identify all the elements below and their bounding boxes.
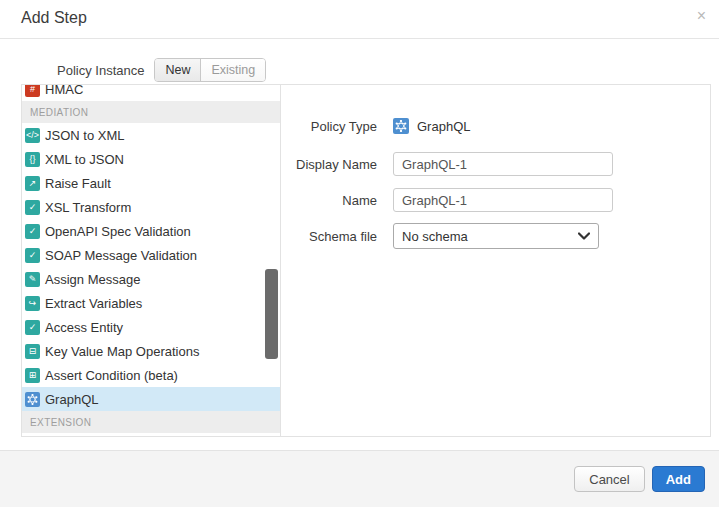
access-entity-icon: ✓ <box>25 320 40 335</box>
cancel-button[interactable]: Cancel <box>574 466 644 492</box>
chevron-down-icon <box>578 232 590 240</box>
list-item-label: XML to JSON <box>45 152 124 167</box>
list-item-label: Assert Condition (beta) <box>45 368 178 383</box>
list-item-xsl-transform[interactable]: ✓ XSL Transform <box>22 195 280 219</box>
hmac-icon: # <box>25 85 40 97</box>
close-icon[interactable]: × <box>697 7 706 25</box>
list-item-openapi-spec-validation[interactable]: ✓ OpenAPI Spec Validation <box>22 219 280 243</box>
display-name-label: Display Name <box>281 157 377 172</box>
list-item-label: Extract Variables <box>45 296 142 311</box>
xsl-transform-icon: ✓ <box>25 200 40 215</box>
policy-instance-row: Policy Instance New Existing <box>57 57 266 83</box>
list-item-label: XSL Transform <box>45 200 131 215</box>
list-item-label: OpenAPI Spec Validation <box>45 224 191 239</box>
list-item-key-value-map-operations[interactable]: ⊟ Key Value Map Operations <box>22 339 280 363</box>
list-item-label: SOAP Message Validation <box>45 248 197 263</box>
policy-instance-toggle: New Existing <box>154 58 266 82</box>
schema-file-row: Schema file No schema <box>281 223 710 249</box>
graphql-icon <box>25 392 40 407</box>
list-scrollbar-thumb[interactable] <box>265 269 278 359</box>
schema-file-label: Schema file <box>281 229 377 244</box>
extract-variables-icon: ↪ <box>25 296 40 311</box>
dialog-header: Add Step × <box>0 0 719 39</box>
list-item-access-entity[interactable]: ✓ Access Entity <box>22 315 280 339</box>
policy-list: # HMAC MEDIATION </> JSON to XML {} XML … <box>22 85 281 436</box>
list-item-assert-condition[interactable]: ⊞ Assert Condition (beta) <box>22 363 280 387</box>
list-item-json-to-xml[interactable]: </> JSON to XML <box>22 123 280 147</box>
list-item-extract-variables[interactable]: ↪ Extract Variables <box>22 291 280 315</box>
section-header-mediation: MEDIATION <box>22 101 280 123</box>
display-name-input[interactable] <box>393 152 613 176</box>
section-header-extension: EXTENSION <box>22 411 280 433</box>
display-name-row: Display Name <box>281 151 710 177</box>
policy-instance-label: Policy Instance <box>57 63 144 78</box>
assign-message-icon: ✎ <box>25 272 40 287</box>
list-item-graphql[interactable]: GraphQL <box>22 387 280 411</box>
list-item-label: GraphQL <box>45 392 98 407</box>
dialog-title: Add Step <box>21 9 87 27</box>
name-row: Name <box>281 187 710 213</box>
dialog-footer: Cancel Add <box>0 450 719 507</box>
raise-fault-icon: ↗ <box>25 176 40 191</box>
add-button[interactable]: Add <box>652 466 705 492</box>
name-input[interactable] <box>393 188 613 212</box>
xml-to-json-icon: {} <box>25 152 40 167</box>
schema-file-selected-value: No schema <box>402 229 468 244</box>
toggle-new-button[interactable]: New <box>155 59 201 81</box>
list-item-assign-message[interactable]: ✎ Assign Message <box>22 267 280 291</box>
list-item-label: Access Entity <box>45 320 123 335</box>
list-item-label: JSON to XML <box>45 128 124 143</box>
soap-validation-icon: ✓ <box>25 248 40 263</box>
policy-type-value: GraphQL <box>417 119 470 134</box>
policy-type-row: Policy Type GraphQL <box>281 113 710 139</box>
assert-condition-icon: ⊞ <box>25 368 40 383</box>
policy-type-label: Policy Type <box>281 119 377 134</box>
list-item-label: Key Value Map Operations <box>45 344 199 359</box>
json-to-xml-icon: </> <box>25 128 40 143</box>
list-item-raise-fault[interactable]: ↗ Raise Fault <box>22 171 280 195</box>
add-step-content: # HMAC MEDIATION </> JSON to XML {} XML … <box>21 84 711 437</box>
list-item-soap-message-validation[interactable]: ✓ SOAP Message Validation <box>22 243 280 267</box>
policy-form: Policy Type GraphQL Display Name <box>281 85 710 436</box>
graphql-policy-type-icon <box>393 118 409 134</box>
list-item-label: HMAC <box>45 85 83 97</box>
name-label: Name <box>281 193 377 208</box>
openapi-validation-icon: ✓ <box>25 224 40 239</box>
key-value-map-icon: ⊟ <box>25 344 40 359</box>
list-item-label: Assign Message <box>45 272 140 287</box>
list-item-xml-to-json[interactable]: {} XML to JSON <box>22 147 280 171</box>
toggle-existing-button[interactable]: Existing <box>201 59 265 81</box>
schema-file-select[interactable]: No schema <box>393 223 599 249</box>
list-item-hmac[interactable]: # HMAC <box>22 85 280 101</box>
list-item-label: Raise Fault <box>45 176 111 191</box>
